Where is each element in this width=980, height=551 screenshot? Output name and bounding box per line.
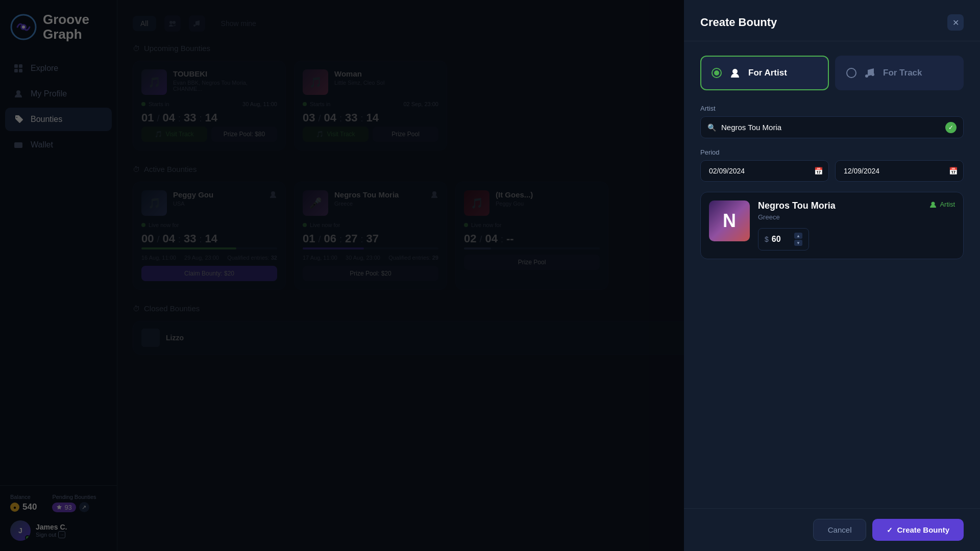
artist-result-name: Negros Tou Moria: [758, 201, 836, 211]
search-icon: 🔍: [707, 123, 716, 132]
cancel-button[interactable]: Cancel: [813, 519, 867, 541]
modal-close-btn[interactable]: ✕: [947, 14, 964, 31]
modal-title: Create Bounty: [700, 16, 777, 29]
artist-photo: N: [709, 201, 750, 241]
artist-name-row: Negros Tou Moria Artist: [758, 201, 955, 211]
stepper-up-btn[interactable]: ▲: [794, 233, 802, 239]
artist-result-country: Greece: [758, 213, 955, 221]
check-icon: ✓: [887, 526, 893, 534]
period-label: Period: [700, 148, 964, 156]
start-date-wrap: 📅: [700, 160, 829, 182]
for-artist-label: For Artist: [748, 68, 787, 78]
for-artist-tab[interactable]: For Artist: [700, 56, 829, 90]
end-date-wrap: 📅: [835, 160, 964, 182]
artist-input-wrap: 🔍 ✓: [700, 116, 964, 138]
amount-stepper: ▲ ▼: [794, 233, 802, 246]
calendar-end-icon: 📅: [949, 167, 958, 175]
calendar-start-icon: 📅: [814, 167, 823, 175]
for-track-label: For Track: [883, 68, 922, 78]
artist-type-badge: Artist: [929, 201, 955, 208]
artist-label: Artist: [700, 105, 964, 112]
svg-point-16: [865, 74, 868, 78]
music-note-icon: [863, 66, 877, 80]
modal-body: For Artist For Track Artist 🔍 ✓: [684, 41, 980, 508]
create-bounty-button[interactable]: ✓ Create Bounty: [872, 519, 964, 541]
artist-search-input[interactable]: [700, 116, 964, 138]
svg-point-17: [871, 73, 874, 76]
track-radio: [846, 68, 856, 78]
period-start-input[interactable]: [700, 160, 829, 182]
amount-value: 60: [772, 235, 794, 244]
artist-radio: [712, 68, 722, 78]
period-form-group: Period 📅 📅: [700, 148, 964, 182]
for-track-tab[interactable]: For Track: [835, 56, 964, 90]
period-end-input[interactable]: [835, 160, 964, 182]
artist-check-icon: ✓: [945, 122, 957, 133]
modal-header: Create Bounty ✕: [684, 0, 980, 41]
bounty-type-toggle: For Artist For Track: [700, 56, 964, 90]
modal-overlay: Create Bounty ✕ For Artist For: [0, 0, 980, 551]
period-row: 📅 📅: [700, 160, 964, 182]
artist-icon: [728, 66, 742, 80]
artist-result-card: N Negros Tou Moria Artist Greece $ 60: [700, 192, 964, 259]
svg-point-15: [732, 69, 738, 74]
dollar-sign: $: [765, 235, 769, 243]
artist-form-group: Artist 🔍 ✓: [700, 105, 964, 138]
stepper-down-btn[interactable]: ▼: [794, 240, 802, 246]
artist-details: Negros Tou Moria Artist Greece $ 60 ▲ ▼: [758, 201, 955, 251]
amount-input-wrap: $ 60 ▲ ▼: [758, 228, 809, 251]
create-bounty-modal: Create Bounty ✕ For Artist For: [684, 0, 980, 551]
modal-footer: Cancel ✓ Create Bounty: [684, 508, 980, 551]
